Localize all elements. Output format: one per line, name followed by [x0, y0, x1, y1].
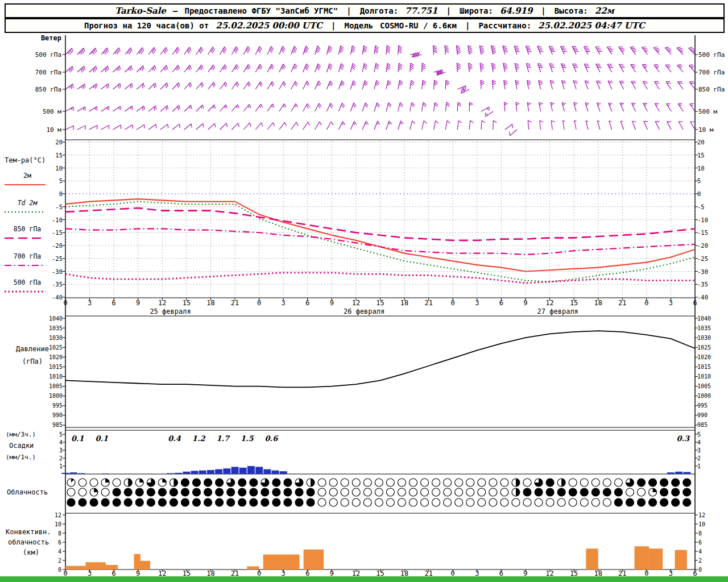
svg-text:6: 6 [58, 539, 61, 546]
svg-text:6: 6 [698, 539, 702, 546]
svg-text:4: 4 [698, 548, 702, 555]
svg-text:5: 5 [59, 177, 63, 184]
svg-text:1000: 1000 [697, 393, 711, 399]
svg-text:-5: -5 [697, 203, 705, 210]
svg-text:(гПа): (гПа) [22, 357, 43, 365]
svg-text:985: 985 [697, 422, 708, 428]
svg-text:-25: -25 [52, 255, 63, 262]
svg-text:Давление: Давление [16, 345, 49, 353]
svg-text:Td 2м: Td 2м [18, 199, 38, 207]
svg-text:12: 12 [698, 512, 705, 518]
svg-text:-10: -10 [52, 217, 63, 223]
svg-text:1025: 1025 [697, 344, 711, 351]
svg-text:1030: 1030 [49, 335, 63, 341]
svg-text:-10: -10 [697, 217, 708, 223]
svg-text:1040: 1040 [697, 315, 711, 322]
svg-text:995: 995 [697, 402, 708, 409]
svg-text:10: 10 [55, 165, 63, 172]
svg-text:1015: 1015 [697, 364, 711, 370]
svg-text:1020: 1020 [49, 354, 63, 360]
svg-text:1035: 1035 [697, 325, 711, 331]
svg-text:2м: 2м [23, 172, 31, 180]
svg-text:облачность: облачность [8, 538, 49, 546]
footer-bar [0, 576, 728, 582]
svg-text:1035: 1035 [49, 325, 63, 331]
svg-text:2: 2 [698, 558, 702, 564]
svg-text:1.5: 1.5 [241, 434, 254, 443]
svg-text:1000: 1000 [49, 393, 63, 399]
svg-text:15: 15 [697, 152, 705, 159]
svg-text:500 м: 500 м [43, 108, 61, 115]
svg-text:8: 8 [698, 530, 702, 537]
svg-text:700 гПа: 700 гПа [698, 69, 725, 76]
svg-text:2: 2 [59, 455, 63, 462]
svg-text:1020: 1020 [697, 354, 711, 360]
svg-text:1030: 1030 [697, 335, 711, 341]
svg-text:10: 10 [698, 521, 705, 527]
svg-text:4: 4 [58, 548, 61, 555]
svg-text:10: 10 [697, 165, 705, 172]
svg-text:1025: 1025 [49, 344, 63, 351]
svg-text:12: 12 [55, 512, 61, 518]
svg-text:(мм/3ч.): (мм/3ч.) [6, 431, 36, 438]
svg-text:500 м: 500 м [698, 108, 717, 115]
svg-text:1040: 1040 [49, 315, 63, 322]
svg-text:-30: -30 [697, 268, 708, 275]
svg-text:Ветер: Ветер [41, 34, 61, 42]
svg-text:0: 0 [698, 567, 702, 573]
svg-text:8: 8 [58, 530, 61, 537]
svg-text:25 февраля: 25 февраля [150, 307, 191, 315]
svg-text:5: 5 [59, 431, 63, 438]
svg-text:2: 2 [58, 558, 61, 564]
svg-text:10: 10 [55, 521, 61, 527]
svg-text:1010: 1010 [49, 373, 63, 380]
svg-text:10 м: 10 м [47, 126, 62, 134]
svg-text:-40: -40 [697, 294, 708, 301]
svg-text:20: 20 [697, 139, 705, 146]
svg-text:-30: -30 [52, 268, 63, 275]
svg-text:-5: -5 [55, 203, 63, 210]
svg-text:-40: -40 [52, 294, 63, 301]
svg-text:-35: -35 [52, 281, 63, 288]
svg-text:0.4: 0.4 [168, 434, 181, 443]
svg-text:1010: 1010 [697, 373, 711, 380]
svg-text:990: 990 [52, 412, 63, 418]
svg-text:985: 985 [52, 422, 63, 428]
svg-text:0.6: 0.6 [265, 434, 279, 443]
svg-text:(км): (км) [23, 548, 39, 556]
svg-text:10 м: 10 м [698, 126, 714, 134]
svg-text:850 гПа: 850 гПа [14, 225, 41, 233]
svg-text:1005: 1005 [49, 383, 63, 389]
svg-text:500 гПа: 500 гПа [35, 51, 61, 59]
svg-text:20: 20 [55, 139, 63, 146]
meteogram-chart: Ветер500 гПа500 гПа700 гПа700 гПа850 гПа… [0, 0, 728, 582]
svg-text:-20: -20 [697, 242, 708, 249]
svg-text:850 гПа: 850 гПа [35, 86, 61, 93]
svg-text:Осадки: Осадки [9, 442, 34, 450]
svg-text:0: 0 [59, 190, 63, 197]
svg-text:990: 990 [697, 412, 708, 418]
svg-text:4: 4 [59, 439, 63, 446]
svg-text:995: 995 [52, 402, 63, 409]
svg-text:500 гПа: 500 гПа [14, 278, 41, 286]
svg-text:(мм/1ч.): (мм/1ч.) [6, 454, 36, 461]
svg-text:3: 3 [59, 447, 63, 454]
svg-text:1: 1 [59, 463, 63, 469]
svg-text:700 гПа: 700 гПа [14, 252, 41, 260]
svg-text:0.3: 0.3 [676, 434, 690, 443]
svg-text:1005: 1005 [697, 383, 711, 389]
svg-text:-15: -15 [52, 229, 63, 236]
svg-text:700 гПа: 700 гПа [35, 69, 61, 76]
svg-text:Облачность: Облачность [7, 488, 48, 496]
svg-text:850 гПа: 850 гПа [698, 86, 725, 93]
svg-text:1015: 1015 [49, 364, 63, 370]
svg-text:1.2: 1.2 [192, 434, 206, 443]
svg-text:1.7: 1.7 [216, 434, 230, 443]
svg-text:-25: -25 [697, 255, 708, 262]
svg-text:-20: -20 [52, 242, 63, 249]
svg-text:15: 15 [55, 152, 63, 159]
svg-text:0.1: 0.1 [71, 434, 84, 443]
svg-text:Тем-ра(°C): Тем-ра(°C) [5, 156, 46, 164]
svg-text:27 февраля: 27 февраля [537, 307, 578, 315]
svg-text:0: 0 [58, 567, 61, 573]
